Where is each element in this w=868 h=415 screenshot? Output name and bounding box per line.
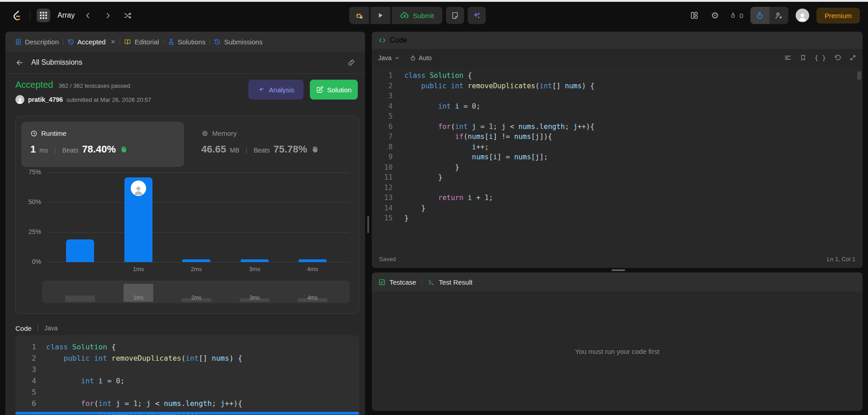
runtime-unit: ms — [39, 147, 48, 154]
runtime-label: Runtime — [41, 129, 66, 137]
chevron-right-icon[interactable] — [101, 9, 114, 22]
line-number: 8 — [372, 142, 393, 153]
shuffle-icon[interactable] — [121, 9, 134, 22]
subheader-title: All Submissions — [31, 58, 82, 67]
auto-label: Auto — [419, 54, 432, 62]
reset-icon[interactable] — [834, 54, 841, 62]
tab-solutions[interactable]: Solutions — [164, 32, 210, 52]
chevron-left-icon[interactable] — [81, 9, 95, 22]
check-square-icon — [378, 278, 386, 286]
testcases-passed: 362 / 362 testcases passed — [58, 82, 130, 89]
vertical-resize-handle[interactable] — [367, 216, 369, 233]
runtime-minimap-brush[interactable]: 1ms2ms3ms4ms — [42, 281, 350, 303]
code-line-3: 3 — [372, 91, 856, 101]
code-line-15: 15} — [372, 213, 856, 224]
line-number: 1 — [15, 341, 36, 353]
link-icon[interactable] — [347, 59, 355, 67]
tab-label: Editorial — [134, 38, 159, 46]
avatar[interactable] — [796, 9, 809, 22]
streak-count: 0 — [740, 12, 743, 19]
chart-gridline — [47, 262, 349, 262]
status-accepted: Accepted — [15, 80, 53, 90]
tab-label: Submissions — [224, 38, 262, 46]
memory-label: Memory — [212, 129, 237, 137]
debug-button[interactable] — [349, 7, 369, 24]
cursor-position: Ln 1, Col 1 — [827, 256, 855, 262]
tab-editorial[interactable]: Editorial — [120, 32, 163, 52]
memory-card[interactable]: Memory 46.65 MB | Beats 75.78% — [197, 122, 351, 167]
streak-counter[interactable]: 0 — [729, 11, 743, 20]
workspace-title[interactable]: Array — [57, 11, 75, 19]
code-line-2: 2 public int removeDuplicates(int[] nums… — [15, 353, 359, 364]
tab-description[interactable]: Description — [11, 32, 63, 52]
testcase-panel: Testcase Test Result You must run your c… — [372, 272, 863, 411]
run-button[interactable] — [370, 7, 390, 24]
layout-icon[interactable] — [688, 9, 701, 22]
tab-test-result[interactable]: Test Result — [427, 278, 472, 286]
gear-icon[interactable]: ⚙ — [708, 9, 722, 22]
timer-group — [750, 7, 788, 24]
submit-button[interactable]: Submit — [392, 7, 442, 24]
runtime-bar-0ms[interactable] — [66, 239, 94, 262]
braces-icon[interactable]: { } — [815, 54, 826, 62]
code-line-1: 1class Solution { — [15, 341, 359, 353]
line-number: 6 — [372, 122, 393, 132]
chart-ytick-label: 25% — [16, 228, 41, 235]
runtime-bar-2ms[interactable] — [182, 259, 210, 262]
saved-status: Saved — [379, 256, 396, 262]
premium-button[interactable]: Premium — [816, 8, 860, 24]
minimap-label: 4ms — [299, 295, 326, 301]
divider — [422, 279, 422, 286]
line-number: 4 — [15, 375, 36, 386]
minimap-bar[interactable] — [65, 296, 95, 302]
line-content: } — [404, 172, 442, 183]
note-icon[interactable] — [446, 7, 464, 24]
flame-icon — [729, 11, 737, 20]
line-number: 5 — [15, 386, 36, 398]
stopwatch-icon[interactable] — [750, 7, 769, 24]
ai-sparkles-icon[interactable] — [468, 7, 486, 24]
tab-testcase[interactable]: Testcase — [378, 278, 416, 286]
format-icon[interactable] — [784, 54, 792, 62]
chart-xtick-label: 4ms — [299, 266, 326, 272]
line-number: 15 — [372, 213, 393, 224]
chart-xtick-label: 2ms — [183, 266, 210, 272]
runtime-bar-4ms[interactable] — [299, 259, 327, 262]
runtime-card[interactable]: Runtime 1 ms | Beats 78.40% — [21, 122, 184, 167]
chart-gridline — [47, 232, 349, 233]
tab-label: Solutions — [178, 38, 206, 46]
editor-code-area[interactable]: 1class Solution {2 public int removeDupl… — [372, 71, 856, 246]
tab-accepted[interactable]: Accepted✕ — [63, 32, 119, 52]
username[interactable]: pratik_4796 — [28, 96, 63, 103]
leetcode-logo[interactable] — [10, 9, 24, 22]
expand-icon[interactable] — [849, 54, 856, 61]
solution-button[interactable]: Solution — [310, 80, 358, 100]
line-number: 7 — [372, 132, 393, 142]
auto-toggle[interactable]: Auto — [410, 54, 432, 62]
line-content: for(int j = 1; j < nums.length; j++){ — [46, 398, 242, 409]
runtime-bar-3ms[interactable] — [241, 259, 269, 262]
editor-header: Code — [372, 32, 863, 49]
minimap-label: 3ms — [241, 295, 268, 301]
problem-list-grid-icon[interactable] — [37, 9, 50, 22]
bookmark-icon[interactable] — [800, 54, 806, 61]
horizontal-scrollbar[interactable] — [15, 412, 359, 415]
close-icon[interactable]: ✕ — [111, 38, 116, 45]
code-line-10: 10 } — [372, 162, 856, 173]
user-plus-icon[interactable] — [769, 7, 788, 24]
language-selector[interactable]: Java — [378, 54, 400, 62]
topbar-right: ⚙ 0 Premium — [688, 2, 860, 29]
editor-header-title: Code — [390, 36, 407, 44]
editor-scrollbar[interactable] — [857, 72, 861, 80]
line-number: 13 — [372, 193, 393, 203]
language-label: Java — [378, 54, 392, 62]
left-panel-tabbar: DescriptionAccepted✕EditorialSolutionsSu… — [5, 32, 365, 52]
code-line-8: 8 i++; — [372, 142, 856, 153]
submission-panel: DescriptionAccepted✕EditorialSolutionsSu… — [5, 32, 365, 415]
line-content: int i = 0; — [404, 101, 480, 112]
tab-submissions[interactable]: Submissions — [210, 32, 266, 52]
back-button[interactable] — [15, 58, 24, 67]
analysis-button[interactable]: Analysis — [248, 80, 304, 100]
hand-icon — [119, 146, 127, 153]
horizontal-resize-handle[interactable] — [612, 269, 625, 271]
